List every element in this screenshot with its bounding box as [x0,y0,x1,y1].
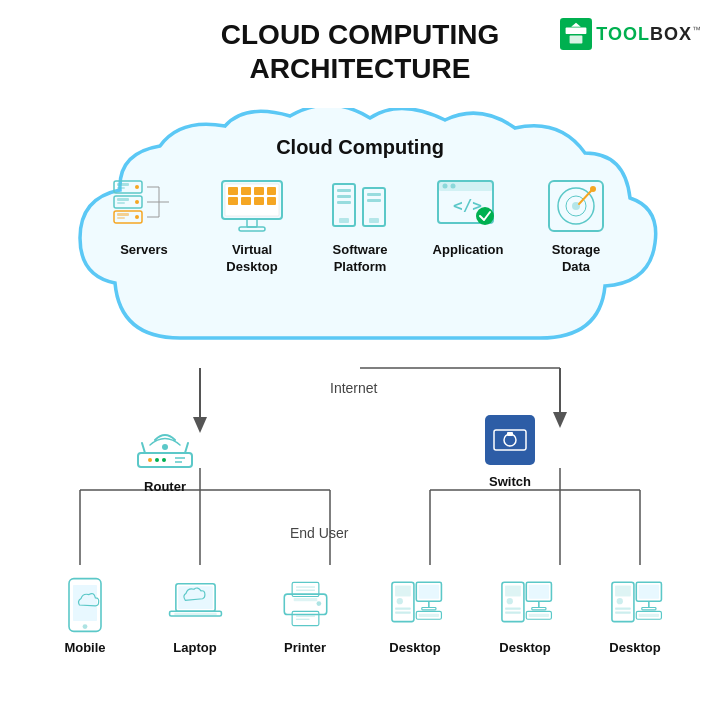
svg-rect-111 [505,607,521,609]
svg-point-67 [590,186,596,192]
storage-data-icon [541,176,611,236]
device-desktop1: Desktop [370,575,460,655]
switch-node: Switch [480,410,540,489]
svg-rect-44 [267,197,276,205]
svg-rect-40 [267,187,276,195]
svg-point-83 [83,624,88,629]
cloud-item-storage-data: StorageData [531,176,621,276]
switch-label: Switch [489,474,531,489]
svg-point-59 [451,184,456,189]
storage-data-label: StorageData [552,242,600,276]
svg-rect-29 [117,217,125,219]
printer-label: Printer [284,640,326,655]
svg-point-73 [155,458,159,462]
svg-rect-112 [505,611,521,613]
device-desktop3: Desktop [590,575,680,655]
svg-rect-41 [228,197,238,205]
internet-label: Internet [330,380,377,396]
svg-rect-20 [117,183,129,186]
svg-point-96 [316,601,321,606]
svg-point-99 [396,598,402,604]
application-label: Application [433,242,504,259]
svg-rect-114 [528,584,548,598]
device-printer: Printer [260,575,350,655]
svg-rect-127 [641,607,655,609]
svg-rect-122 [615,607,631,609]
cloud-item-servers: Servers [99,176,189,259]
svg-rect-116 [531,607,545,609]
svg-rect-103 [418,584,438,598]
virtual-desktop-label: VirtualDesktop [226,242,277,276]
svg-rect-120 [615,585,631,596]
svg-rect-24 [117,198,129,201]
svg-rect-28 [117,213,129,216]
device-mobile: Mobile [40,575,130,655]
device-row: Mobile Laptop [0,575,720,655]
svg-point-110 [506,598,512,604]
svg-rect-105 [421,607,435,609]
svg-rect-107 [418,613,438,616]
network-diagram: Internet Router [0,370,720,720]
cloud-items: Servers [60,176,660,276]
svg-rect-82 [73,585,97,621]
cloud-item-application: </> Application [423,176,513,259]
svg-rect-109 [505,585,521,596]
servers-label: Servers [120,242,168,259]
software-platform-label: SoftwarePlatform [333,242,388,276]
printer-icon [273,575,338,635]
svg-rect-39 [254,187,264,195]
svg-rect-46 [239,227,265,231]
logo: TOOLBOX™ [560,18,702,50]
svg-rect-51 [339,218,349,223]
enduser-label: End User [290,525,348,541]
svg-rect-100 [395,607,411,609]
servers-icon [109,176,179,236]
desktop2-label: Desktop [499,640,550,655]
svg-rect-45 [247,219,257,227]
svg-line-71 [185,443,188,453]
svg-rect-80 [507,432,513,436]
svg-rect-93 [292,611,319,625]
desktop1-icon [383,575,448,635]
device-laptop: Laptop [150,575,240,655]
svg-rect-98 [395,585,411,596]
desktop1-label: Desktop [389,640,440,655]
svg-rect-53 [367,193,381,196]
mobile-label: Mobile [64,640,105,655]
svg-rect-42 [241,197,251,205]
svg-rect-37 [228,187,238,195]
device-desktop2: Desktop [480,575,570,655]
cloud-item-software-platform: SoftwarePlatform [315,176,405,276]
logo-rest: BOX [650,24,692,44]
cloud-item-virtual-desktop: VirtualDesktop [207,176,297,276]
cloud-label: Cloud Computing [60,136,660,159]
svg-rect-43 [254,197,264,205]
svg-rect-50 [337,201,351,204]
svg-point-19 [135,185,139,189]
svg-rect-38 [241,187,251,195]
svg-rect-125 [638,584,658,598]
svg-rect-25 [117,202,125,204]
svg-rect-48 [337,189,351,192]
svg-line-70 [142,443,145,453]
svg-rect-101 [395,611,411,613]
cloud-diagram: Cloud Computing [60,108,660,368]
svg-point-68 [162,444,168,450]
svg-rect-118 [528,613,548,616]
svg-rect-129 [638,613,658,616]
svg-point-27 [135,215,139,219]
svg-point-23 [135,200,139,204]
svg-point-72 [148,458,152,462]
application-icon: </> [433,176,503,236]
svg-rect-21 [117,187,125,189]
svg-rect-54 [367,199,381,202]
svg-rect-16 [570,36,583,44]
svg-rect-15 [566,28,587,34]
laptop-label: Laptop [173,640,216,655]
mobile-icon [53,575,118,635]
logo-bold: TOOL [596,24,650,44]
svg-point-121 [616,598,622,604]
logo-tm: ™ [692,25,702,35]
svg-point-58 [443,184,448,189]
svg-rect-49 [337,195,351,198]
